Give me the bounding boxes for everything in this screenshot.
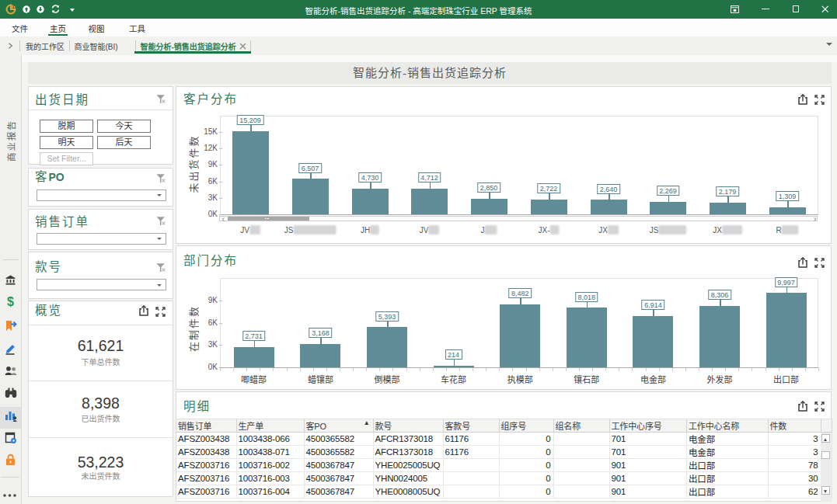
svg-text:$: $ [7,295,14,308]
